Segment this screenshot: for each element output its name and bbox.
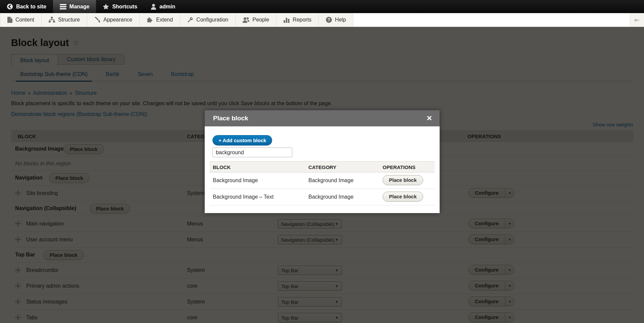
shortcuts-button[interactable]: Shortcuts [96, 0, 144, 13]
admin-user-label: admin [159, 4, 175, 10]
back-to-site-button[interactable]: Back to site [0, 0, 53, 13]
block-category: Background Image [308, 194, 353, 200]
tray-item-appearance[interactable]: Appearance [87, 13, 140, 27]
modal-block-row-background-image-text: Background Image – Text Background Image… [209, 189, 435, 205]
people-icon [243, 17, 249, 23]
column-header-operations: OPERATIONS [383, 164, 415, 170]
help-icon: ? [326, 17, 332, 23]
svg-text:?: ? [328, 17, 330, 22]
admin-user-button[interactable]: admin [144, 0, 182, 13]
tray-item-label: Reports [293, 17, 311, 23]
tray-orientation-toggle-icon[interactable]: ⇤ [630, 13, 644, 27]
shortcuts-label: Shortcuts [112, 4, 137, 10]
document-icon [7, 17, 12, 23]
add-custom-block-button[interactable]: + Add custom block [212, 135, 272, 146]
block-name: Background Image – Text [213, 194, 274, 200]
modal-block-table: BLOCK CATEGORY OPERATIONS Background Ima… [209, 161, 435, 205]
back-to-site-label: Back to site [16, 4, 46, 10]
block-filter-input[interactable] [212, 148, 292, 157]
puzzle-icon [147, 17, 153, 23]
sitemap-icon [49, 17, 55, 23]
toggle-glyph: ⇤ [635, 16, 640, 24]
place-block-button[interactable]: Place block [383, 192, 423, 202]
modal-block-row-background-image: Background Image Background Image Place … [209, 172, 435, 189]
tray-item-content[interactable]: Content [0, 13, 42, 27]
tray-item-label: Content [15, 17, 34, 23]
star-icon [103, 4, 109, 10]
admin-toolbar: Back to site Manage Shortcuts admin [0, 0, 644, 13]
dialog-title: Place block [213, 115, 426, 122]
tray-item-structure[interactable]: Structure [42, 13, 87, 27]
wrench-icon [187, 17, 193, 23]
tray-item-help[interactable]: ? Help [319, 13, 353, 27]
tray-spacer [353, 13, 630, 27]
tray-item-reports[interactable]: Reports [277, 13, 319, 27]
tray-item-label: Appearance [103, 17, 132, 23]
tray-item-label: Help [335, 17, 346, 23]
close-icon[interactable]: ✕ [426, 115, 432, 122]
column-header-category: CATEGORY [308, 164, 336, 170]
tray-item-label: Configuration [196, 17, 228, 23]
manage-label: Manage [69, 4, 90, 10]
user-icon [151, 4, 156, 10]
manage-menu-button[interactable]: Manage [53, 0, 96, 13]
modal-table-header: BLOCK CATEGORY OPERATIONS [209, 161, 435, 172]
block-category: Background Image [308, 177, 353, 184]
block-name: Background Image [213, 177, 258, 184]
tray-item-people[interactable]: People [236, 13, 277, 27]
tray-item-extend[interactable]: Extend [140, 13, 180, 27]
tray-item-label: Extend [156, 17, 173, 23]
paintbrush-icon [94, 17, 100, 23]
tray-item-label: Structure [58, 17, 80, 23]
admin-toolbar-tray: Content Structure Appearance Extend Conf… [0, 13, 644, 27]
hamburger-icon [60, 4, 66, 9]
tray-item-label: People [252, 17, 269, 23]
tray-item-configuration[interactable]: Configuration [180, 13, 236, 27]
place-block-button[interactable]: Place block [383, 175, 423, 185]
dialog-body: + Add custom block BLOCK CATEGORY OPERAT… [205, 126, 440, 213]
dialog-titlebar[interactable]: Place block ✕ [205, 110, 440, 126]
back-circle-icon [7, 3, 13, 10]
bar-chart-icon [284, 17, 290, 23]
column-header-block: BLOCK [213, 164, 231, 170]
place-block-dialog: Place block ✕ + Add custom block BLOCK C… [205, 110, 440, 213]
